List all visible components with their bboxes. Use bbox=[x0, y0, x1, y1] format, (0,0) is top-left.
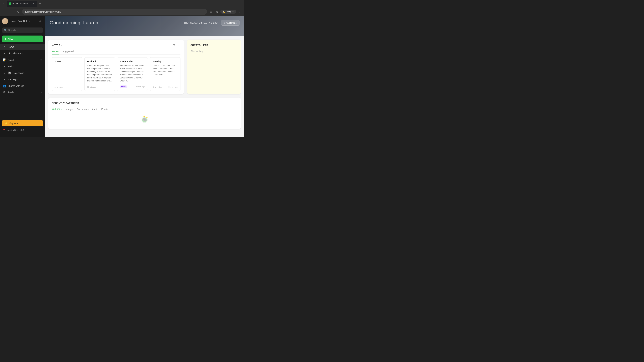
note-footer: 13 min ago bbox=[87, 86, 112, 88]
app-layout: Lauren Dale Deli ▾ ⚙ 🔍 Search + New ▾ ⌂ … bbox=[0, 16, 244, 137]
browser-menu-btn[interactable]: ⋮ bbox=[237, 9, 242, 14]
sidebar-item-notes[interactable]: 📝 Notes (9) bbox=[0, 57, 45, 63]
tab-audio[interactable]: Audio bbox=[92, 108, 98, 112]
captured-tabs: Web Clips Images Documents Audio Emails bbox=[52, 108, 238, 112]
reload-btn[interactable]: ↻ bbox=[16, 9, 21, 14]
active-tab[interactable]: Home - Evernote × bbox=[7, 1, 37, 7]
sidebar-item-trash[interactable]: 🗑 Trash (9) bbox=[0, 89, 45, 95]
sidebar-nav: ⌂ Home › ★ Shortcuts 📝 Notes (9) ✓ Tasks… bbox=[0, 44, 45, 118]
user-info[interactable]: Lauren Dale Deli ▾ bbox=[2, 18, 30, 24]
avatar-image bbox=[2, 18, 8, 24]
incognito-icon: 🕵 bbox=[222, 10, 225, 13]
hero-right: THURSDAY, FEBRUARY 1, 2024 ⌂ Customize bbox=[184, 20, 240, 26]
note-time: 13 min ago bbox=[87, 86, 96, 88]
help-icon: ❓ bbox=[3, 129, 5, 131]
help-item[interactable]: ❓ Need a little help? bbox=[2, 128, 43, 133]
notes-title-link[interactable]: NOTES › bbox=[52, 44, 62, 46]
task-count: 0/1 bbox=[123, 86, 126, 88]
url-bar[interactable] bbox=[22, 9, 207, 15]
note-footer: @john @... 35 min ago bbox=[152, 86, 178, 88]
note-preview: Summary To be able to etc. Major Milesto… bbox=[120, 64, 145, 82]
note-title: Meeting bbox=[152, 60, 178, 63]
shared-icon: 👥 bbox=[3, 84, 6, 87]
date-text: THURSDAY, FEBRUARY 1, 2024 bbox=[184, 22, 218, 24]
home-icon: ⌂ bbox=[3, 45, 6, 48]
sidebar: Lauren Dale Deli ▾ ⚙ 🔍 Search + New ▾ ⌂ … bbox=[0, 16, 45, 137]
tab-title: Home - Evernote bbox=[12, 2, 31, 5]
sidebar-item-shortcuts[interactable]: › ★ Shortcuts bbox=[0, 50, 45, 57]
tab-recent[interactable]: Recent bbox=[52, 50, 59, 54]
new-tab-btn[interactable]: + bbox=[38, 1, 42, 6]
star-icon: ★ bbox=[8, 52, 11, 55]
notes-widget: NOTES › ⊞ ··· Recent Suggested bbox=[48, 39, 184, 94]
tab-images[interactable]: Images bbox=[66, 108, 74, 112]
search-btn[interactable]: 🔍 Search bbox=[2, 27, 43, 33]
forward-btn[interactable]: → bbox=[9, 9, 14, 14]
help-label: Need a little help? bbox=[7, 129, 24, 131]
search-label: Search bbox=[8, 29, 16, 31]
scratch-pad-widget: SCRATCH PAD ··· Start writing... bbox=[187, 39, 241, 94]
settings-btn[interactable]: ⚙ bbox=[38, 18, 43, 24]
note-preview: About this template Use this template as… bbox=[87, 64, 112, 82]
sidebar-item-notebooks[interactable]: › 📓 Notebooks bbox=[0, 70, 45, 76]
tab-suggested[interactable]: Suggested bbox=[62, 50, 74, 54]
tasks-icon: ✓ bbox=[3, 65, 6, 68]
shortcuts-expand-icon: › bbox=[3, 52, 6, 55]
captured-empty-state: 🐘 ⭐ ⭐ bbox=[52, 112, 238, 126]
notes-more-btn[interactable]: ··· bbox=[177, 43, 180, 47]
trash-count: (9) bbox=[40, 91, 42, 93]
notes-view-toggle-btn[interactable]: ⊞ bbox=[172, 43, 176, 47]
captured-more-btn[interactable]: ··· bbox=[234, 101, 238, 105]
note-title: Trave bbox=[54, 60, 80, 63]
notes-tabs: Recent Suggested bbox=[52, 50, 180, 55]
notes-count: (9) bbox=[40, 59, 42, 61]
bookmark-btn[interactable]: ☆ bbox=[208, 9, 214, 14]
recently-captured-widget: RECENTLY CAPTURED ··· Web Clips Images D… bbox=[48, 97, 241, 129]
greeting-text: Good morning, Lauren! bbox=[50, 20, 100, 25]
tab-favicon bbox=[9, 2, 12, 5]
notes-title: NOTES bbox=[52, 44, 60, 46]
note-card-trave[interactable]: Trave 1 min ago bbox=[52, 57, 82, 91]
new-note-btn[interactable]: + New ▾ bbox=[2, 35, 43, 42]
upgrade-label: Upgrade bbox=[9, 122, 18, 124]
sidebar-item-shared[interactable]: 👥 Shared with Me bbox=[0, 83, 45, 89]
task-badge: 0/1 bbox=[120, 85, 127, 88]
svg-text:🐘: 🐘 bbox=[142, 117, 147, 122]
scratch-pad-header: SCRATCH PAD ··· bbox=[190, 43, 238, 47]
notes-widget-actions: ⊞ ··· bbox=[172, 43, 180, 47]
captured-illustration: 🐘 ⭐ ⭐ bbox=[140, 114, 150, 124]
notes-grid: Trave 1 min ago Untitled About this temp… bbox=[52, 57, 180, 91]
sidebar-item-tags[interactable]: › 🏷 Tags bbox=[0, 76, 45, 83]
captured-header: RECENTLY CAPTURED ··· bbox=[52, 101, 238, 105]
tab-documents[interactable]: Documents bbox=[77, 108, 88, 112]
sidebar-item-home[interactable]: ⌂ Home bbox=[0, 44, 45, 50]
customize-btn[interactable]: ⌂ Customize bbox=[221, 20, 240, 26]
sidebar-bottom: ⭐ Upgrade ❓ Need a little help? bbox=[0, 118, 45, 135]
tab-web-clips[interactable]: Web Clips bbox=[52, 108, 62, 112]
upgrade-btn[interactable]: ⭐ Upgrade bbox=[2, 120, 43, 126]
incognito-badge[interactable]: 🕵 Incognito bbox=[220, 10, 236, 13]
note-card-untitled[interactable]: Untitled About this template Use this te… bbox=[84, 57, 115, 91]
customize-icon: ⌂ bbox=[224, 22, 226, 24]
customize-label: Customize bbox=[226, 22, 237, 24]
notebooks-icon: 📓 bbox=[8, 71, 11, 75]
note-title: Untitled bbox=[87, 60, 112, 63]
splitscreen-btn[interactable]: ⧉ bbox=[214, 9, 220, 14]
note-card-project-plan[interactable]: Project plan Summary To be able to etc. … bbox=[117, 57, 148, 91]
tags-icon: 🏷 bbox=[8, 78, 11, 81]
note-mention: @john @... bbox=[152, 86, 162, 88]
tab-emails[interactable]: Emails bbox=[101, 108, 108, 112]
upgrade-icon: ⭐ bbox=[5, 122, 8, 124]
hero-overlay bbox=[45, 16, 244, 36]
tab-close-btn[interactable]: × bbox=[32, 2, 35, 5]
back-btn[interactable]: ← bbox=[2, 9, 8, 14]
notes-title-arrow-icon: › bbox=[61, 44, 62, 46]
scratch-pad-placeholder[interactable]: Start writing... bbox=[190, 50, 238, 53]
trash-icon: 🗑 bbox=[3, 91, 6, 94]
user-name: Lauren Dale Deli bbox=[10, 20, 27, 22]
tab-history-back-btn[interactable]: ‹ bbox=[1, 1, 6, 6]
note-card-meeting[interactable]: Meeting Date & T... AM Goal... the tasks… bbox=[150, 57, 180, 91]
task-dot-icon bbox=[121, 86, 122, 87]
scratch-pad-more-btn[interactable]: ··· bbox=[234, 43, 238, 47]
sidebar-item-tasks[interactable]: ✓ Tasks bbox=[0, 63, 45, 70]
